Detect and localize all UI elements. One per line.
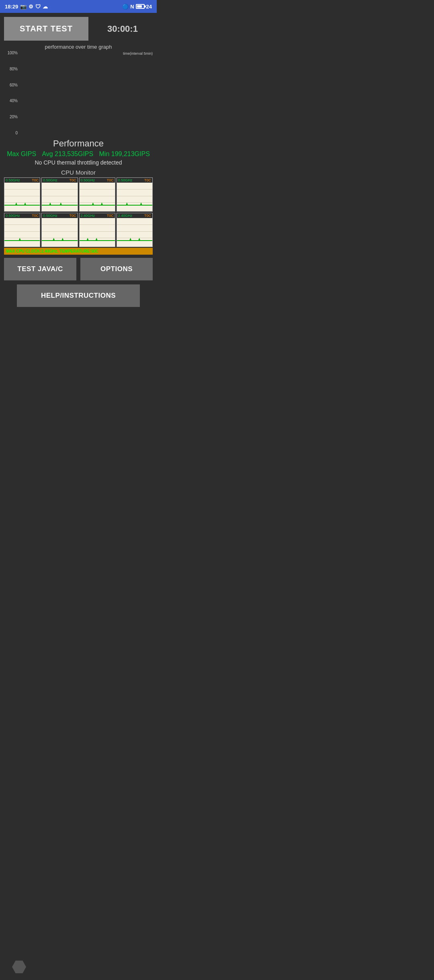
cpu-core-3-graph bbox=[80, 183, 115, 209]
help-instructions-button[interactable]: HELP/INSTRUCTIONS bbox=[17, 284, 140, 307]
cpu-spike bbox=[126, 202, 128, 206]
cpu-info-bar: MAX CPU CLOCK:2.40GHz, TEMPERATURE:50C bbox=[4, 248, 153, 255]
main-content: START TEST 30:00:1 performance over time… bbox=[0, 13, 157, 315]
signal-icon: N bbox=[130, 4, 134, 10]
cpu-monitor-section: CPU Monitor 0.50GHz T0C bbox=[4, 169, 153, 255]
cpu-core-7-freq: 2.40GHz bbox=[81, 214, 95, 218]
cpu-core-6-header: 0.50GHz T0C bbox=[42, 213, 77, 218]
grid-line bbox=[80, 189, 115, 189]
cpu-core-1-header: 0.50GHz T0C bbox=[4, 178, 40, 183]
cpu-spike bbox=[100, 202, 103, 206]
cpu-spike bbox=[18, 238, 21, 241]
y-label-80: 80% bbox=[10, 67, 18, 71]
start-test-button[interactable]: START TEST bbox=[4, 17, 88, 41]
cpu-core-1: 0.50GHz T0C bbox=[4, 177, 40, 212]
y-label-20: 20% bbox=[10, 115, 18, 119]
grid-line bbox=[80, 238, 115, 238]
activity-line bbox=[42, 240, 77, 241]
min-gips-value: Min 199,213GIPS bbox=[99, 150, 150, 158]
cpu-core-5-header: 0.50GHz T0C bbox=[4, 213, 40, 218]
cpu-core-2: 0.50GHz T0C bbox=[41, 177, 78, 212]
grid-line bbox=[80, 196, 115, 196]
cpu-core-4-temp: T0C bbox=[144, 178, 151, 182]
cpu-core-4-freq: 0.50GHz bbox=[118, 178, 133, 182]
cpu-core-6-freq: 0.50GHz bbox=[43, 214, 57, 218]
activity-line bbox=[42, 205, 77, 206]
battery-level: 24 bbox=[146, 4, 152, 10]
cpu-core-4-graph bbox=[117, 183, 152, 209]
grid-line bbox=[4, 231, 40, 232]
grid-line bbox=[4, 196, 40, 196]
cpu-core-2-header: 0.50GHz T0C bbox=[42, 178, 77, 183]
grid-line bbox=[80, 231, 115, 232]
cpu-core-3-temp: T0C bbox=[107, 178, 114, 182]
cpu-spike bbox=[53, 238, 55, 241]
cpu-core-2-freq: 0.50GHz bbox=[43, 178, 57, 182]
cpu-spike bbox=[24, 202, 27, 206]
grid-line bbox=[80, 224, 115, 225]
cpu-spike bbox=[92, 202, 94, 206]
options-button[interactable]: OPTIONS bbox=[80, 258, 153, 280]
cpu-core-2-graph bbox=[42, 183, 77, 209]
cloud-icon: ☁ bbox=[43, 4, 48, 10]
timer-display: 30:00:1 bbox=[92, 24, 153, 34]
y-label-40: 40% bbox=[10, 99, 18, 103]
cpu-spike bbox=[138, 238, 141, 241]
activity-line bbox=[117, 240, 152, 241]
cpu-core-5-graph bbox=[4, 218, 40, 244]
cpu-core-7: 2.40GHz T0C bbox=[79, 213, 115, 247]
settings-icon: ⚙ bbox=[29, 4, 33, 10]
shield-icon: 🛡 bbox=[35, 4, 41, 10]
cpu-core-8-graph bbox=[117, 218, 152, 244]
cpu-core-8-temp: T0C bbox=[144, 214, 151, 218]
grid-line bbox=[4, 189, 40, 189]
cpu-core-5: 0.50GHz T0C bbox=[4, 213, 40, 247]
cpu-core-8-freq: 2.40GHz bbox=[118, 214, 133, 218]
cpu-core-6-temp: T0C bbox=[69, 214, 76, 218]
grid-line bbox=[42, 238, 77, 238]
avg-gips-value: Avg 213,535GIPS bbox=[42, 150, 93, 158]
graph-title: performance over time graph bbox=[4, 44, 153, 50]
cpu-core-7-graph bbox=[80, 218, 115, 244]
cpu-core-7-temp: T0C bbox=[107, 214, 114, 218]
status-right: 🔵 N 24 bbox=[122, 4, 152, 10]
cpu-spike bbox=[15, 202, 17, 206]
cpu-spike bbox=[86, 238, 89, 241]
activity-line bbox=[80, 205, 115, 206]
grid-line bbox=[42, 202, 77, 203]
cpu-core-3-header: 0.50GHz T0C bbox=[80, 178, 115, 183]
cpu-core-6-graph bbox=[42, 218, 77, 244]
y-label-0: 0 bbox=[15, 131, 18, 135]
cpu-core-3-freq: 0.50GHz bbox=[81, 178, 95, 182]
cpu-core-1-temp: T0C bbox=[32, 178, 39, 182]
grid-line bbox=[42, 231, 77, 232]
cpu-core-7-header: 2.40GHz T0C bbox=[80, 213, 115, 218]
cpu-spike bbox=[61, 238, 64, 241]
cpu-core-1-graph bbox=[4, 183, 40, 209]
cpu-spike bbox=[95, 238, 98, 241]
test-java-button[interactable]: TEST JAVA/C bbox=[4, 258, 76, 280]
cpu-core-1-freq: 0.50GHz bbox=[6, 178, 20, 182]
x-axis-label: time(interval 5min) bbox=[19, 51, 153, 56]
grid-line bbox=[42, 196, 77, 196]
activity-line bbox=[4, 240, 40, 241]
y-label-60: 60% bbox=[10, 83, 18, 87]
grid-line bbox=[4, 238, 40, 238]
bluetooth-icon: 🔵 bbox=[122, 4, 129, 10]
cpu-core-6: 0.50GHz T0C bbox=[41, 213, 78, 247]
cpu-monitor-title: CPU Monitor bbox=[4, 169, 153, 176]
grid-line bbox=[4, 202, 40, 203]
cpu-spike bbox=[129, 238, 132, 241]
cpu-core-4: 0.50GHz T0C bbox=[117, 177, 153, 212]
activity-line bbox=[117, 205, 152, 206]
cpu-core-5-temp: T0C bbox=[32, 214, 39, 218]
grid-line bbox=[42, 189, 77, 189]
y-axis: 100% 80% 60% 40% 20% 0 bbox=[4, 51, 19, 135]
performance-graph-section: performance over time graph 100% 80% 60%… bbox=[4, 44, 153, 135]
y-label-100: 100% bbox=[7, 51, 18, 55]
grid-line bbox=[80, 202, 115, 203]
status-left: 18:29 📷 ⚙ 🛡 ☁ bbox=[5, 4, 48, 10]
grid-line bbox=[4, 224, 40, 225]
help-button-wrap: HELP/INSTRUCTIONS bbox=[4, 284, 153, 307]
cpu-core-4-header: 0.50GHz T0C bbox=[117, 178, 152, 183]
